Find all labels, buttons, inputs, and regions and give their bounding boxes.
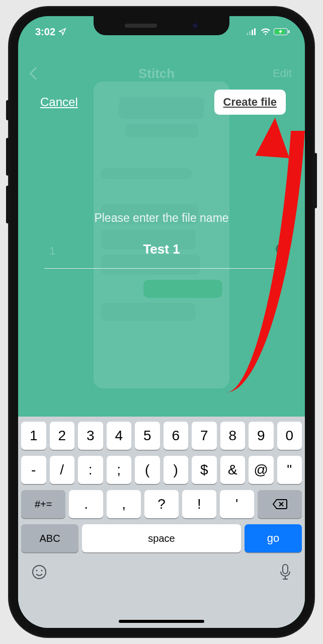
filename-input-wrap: ✕ — [44, 236, 279, 269]
battery-charging-icon — [274, 28, 290, 35]
background-preview — [94, 82, 229, 388]
filename-prompt: Please enter the file name — [18, 211, 305, 225]
svg-rect-0 — [247, 33, 248, 35]
svg-point-8 — [36, 570, 38, 572]
svg-rect-6 — [288, 30, 290, 33]
key-8[interactable]: 8 — [220, 422, 246, 450]
key-0[interactable]: 0 — [277, 422, 302, 450]
keyboard-row-1: 1 2 3 4 5 6 7 8 9 0 — [21, 422, 302, 450]
key-6[interactable]: 6 — [164, 422, 189, 450]
key-at[interactable]: @ — [249, 456, 274, 484]
key-space[interactable]: space — [82, 524, 241, 552]
key-question[interactable]: ? — [144, 490, 179, 518]
annotation-arrow-head — [255, 117, 292, 158]
create-file-button[interactable]: Create file — [214, 90, 286, 115]
key-4[interactable]: 4 — [107, 422, 132, 450]
key-exclaim[interactable]: ! — [182, 490, 216, 518]
svg-rect-10 — [283, 565, 288, 574]
key-comma[interactable]: , — [107, 490, 141, 518]
key-dash[interactable]: - — [21, 456, 46, 484]
key-dollar[interactable]: $ — [192, 456, 217, 484]
notch — [94, 16, 229, 35]
keyboard-bottom-bar — [21, 558, 302, 582]
emoji-button[interactable] — [31, 564, 47, 582]
phone-frame: 3:02 Stitch Edit — [9, 7, 314, 637]
key-rparen[interactable]: ) — [164, 456, 189, 484]
key-semicolon[interactable]: ; — [107, 456, 132, 484]
key-9[interactable]: 9 — [249, 422, 274, 450]
filename-input[interactable] — [44, 236, 279, 269]
clear-input-button[interactable]: ✕ — [276, 244, 287, 255]
mute-switch — [6, 100, 9, 120]
key-go[interactable]: go — [245, 524, 302, 552]
wifi-icon — [261, 28, 271, 35]
status-time: 3:02 — [35, 26, 55, 38]
key-backspace[interactable] — [258, 490, 302, 518]
key-abc[interactable]: ABC — [21, 524, 78, 552]
background-title: Stitch — [138, 66, 175, 82]
key-colon[interactable]: : — [78, 456, 103, 484]
svg-rect-3 — [254, 28, 256, 35]
volume-down-button — [6, 186, 9, 223]
svg-point-9 — [41, 570, 43, 572]
backspace-icon — [272, 498, 287, 510]
microphone-icon — [279, 564, 292, 581]
home-indicator[interactable] — [119, 620, 204, 623]
svg-rect-1 — [249, 31, 251, 35]
svg-rect-2 — [252, 30, 253, 35]
key-amp[interactable]: & — [220, 456, 246, 484]
keyboard-row-3: #+= . , ? ! ' — [21, 490, 302, 518]
key-7[interactable]: 7 — [192, 422, 217, 450]
key-quote[interactable]: " — [277, 456, 302, 484]
dictation-button[interactable] — [279, 564, 292, 582]
key-2[interactable]: 2 — [50, 422, 75, 450]
key-5[interactable]: 5 — [135, 422, 160, 450]
power-button — [314, 153, 317, 208]
speaker-grill — [125, 24, 157, 28]
key-symbols-switch[interactable]: #+= — [21, 490, 65, 518]
key-1[interactable]: 1 — [21, 422, 46, 450]
key-lparen[interactable]: ( — [135, 456, 160, 484]
modal-top-bar: Cancel Create file — [18, 90, 305, 115]
background-edit: Edit — [273, 67, 292, 80]
cellular-signal-icon — [247, 28, 258, 35]
keyboard: 1 2 3 4 5 6 7 8 9 0 - / : ; ( ) $ & @ — [18, 417, 305, 628]
close-icon: ✕ — [278, 246, 284, 253]
keyboard-row-4: ABC space go — [21, 524, 302, 552]
back-chevron-icon — [29, 67, 42, 79]
cancel-button[interactable]: Cancel — [40, 95, 78, 109]
key-slash[interactable]: / — [50, 456, 75, 484]
emoji-icon — [31, 564, 47, 580]
svg-point-7 — [33, 566, 46, 579]
key-apostrophe[interactable]: ' — [220, 490, 254, 518]
keyboard-row-2: - / : ; ( ) $ & @ " — [21, 456, 302, 484]
key-period[interactable]: . — [69, 490, 103, 518]
background-nav: Stitch Edit — [18, 58, 305, 89]
screen: 3:02 Stitch Edit — [18, 16, 305, 628]
front-camera — [192, 23, 198, 29]
location-arrow-icon — [58, 28, 66, 36]
volume-up-button — [6, 138, 9, 176]
key-3[interactable]: 3 — [78, 422, 103, 450]
